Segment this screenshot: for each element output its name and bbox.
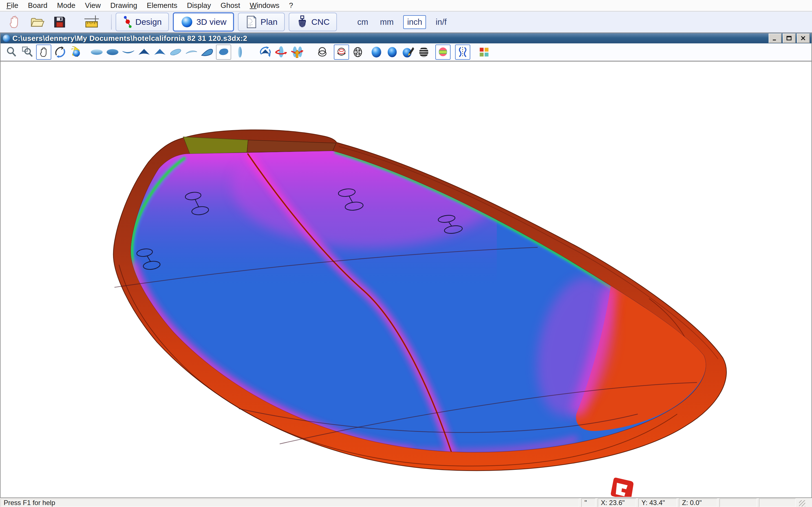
unit-inch[interactable]: inch: [403, 15, 426, 29]
unit-cm[interactable]: cm: [355, 16, 370, 28]
status-help: Press F1 for help: [1, 499, 579, 507]
surfboard-3d-model[interactable]: [1, 61, 811, 497]
sketchup-logo: [607, 476, 637, 497]
menu-file[interactable]: File: [2, 1, 23, 10]
plan-doc-icon: [245, 15, 258, 29]
3d-view-button-label: 3D view: [196, 17, 226, 27]
status-bar: Press F1 for help " X: 23.6" Y: 43.4" Z:…: [0, 498, 812, 507]
perspective-wedge-icon[interactable]: [200, 45, 214, 59]
symmetry-curves-icon[interactable]: [455, 45, 470, 60]
status-x-text: X: 23.6": [601, 499, 625, 507]
ruler-icon[interactable]: [84, 14, 100, 30]
rocker-view-icon[interactable]: [121, 45, 135, 59]
curvature-colors-icon[interactable]: [435, 45, 451, 60]
sphere-3d-icon: [181, 15, 193, 29]
grab-hand-icon[interactable]: [6, 14, 22, 30]
menu-display[interactable]: Display: [182, 1, 216, 10]
double-circle-icon[interactable]: [315, 45, 329, 59]
free-3d-view-icon[interactable]: [216, 45, 231, 60]
plan-button-label: Plan: [260, 17, 277, 27]
cnc-bit-icon: [296, 15, 308, 29]
cnc-button-label: CNC: [311, 17, 329, 27]
menu-mode[interactable]: Mode: [52, 1, 80, 10]
color-palette-icon[interactable]: [477, 45, 491, 59]
document-window: C:\users\dennery\My Documents\hotelcalif…: [0, 33, 812, 498]
toolbar-separator: [111, 14, 112, 30]
deck-view-icon[interactable]: [90, 45, 104, 59]
status-z-text: Z: 0.0": [682, 499, 702, 507]
three-quarter-view-icon[interactable]: [168, 45, 183, 59]
zoom-window-icon[interactable]: [20, 45, 35, 59]
status-empty-cell-1: [719, 499, 757, 507]
render-light-icon[interactable]: [69, 45, 83, 59]
menu-board[interactable]: Board: [23, 1, 52, 10]
spin-view-icon[interactable]: [258, 45, 272, 59]
menu-elements[interactable]: Elements: [142, 1, 182, 10]
status-x-coordinate: X: 23.6": [598, 499, 636, 507]
smooth-sphere-icon[interactable]: [369, 45, 384, 59]
save-icon[interactable]: [51, 14, 68, 30]
status-unit-text: ": [585, 499, 587, 507]
open-folder-icon[interactable]: [29, 14, 45, 30]
rotate-board-icon[interactable]: [274, 45, 288, 59]
unit-inf[interactable]: in/f: [434, 16, 449, 28]
resize-grip[interactable]: [797, 499, 806, 507]
menu-ghost[interactable]: Ghost: [216, 1, 245, 10]
document-titlebar[interactable]: C:\users\dennery\My Documents\hotelcalif…: [1, 33, 811, 43]
status-help-text: Press F1 for help: [4, 499, 55, 507]
unit-mm[interactable]: mm: [378, 16, 396, 28]
3d-view-button[interactable]: 3D view: [173, 12, 234, 32]
viewport-3d[interactable]: [1, 61, 811, 497]
thin-crescent-view-icon[interactable]: [185, 45, 199, 59]
document-title: C:\users\dennery\My Documents\hotelcalif…: [12, 34, 767, 43]
status-unit-cell: ": [581, 499, 596, 507]
main-toolbar: Design 3D view Plan: [0, 11, 812, 33]
flip-board-icon[interactable]: [290, 45, 304, 59]
bottom-view-icon[interactable]: [105, 45, 119, 59]
wireframe-sphere-icon[interactable]: [351, 45, 365, 59]
zebra-stripes-icon[interactable]: [417, 45, 431, 59]
view-toolbar: [1, 43, 811, 61]
design-button-label: Design: [135, 17, 161, 27]
status-y-coordinate: Y: 43.4": [638, 499, 677, 507]
status-empty-cell-2: [759, 499, 796, 507]
document-sphere-icon: [3, 35, 10, 42]
nose-panel-left: [183, 137, 248, 154]
marked-sphere-icon[interactable]: [401, 45, 415, 59]
menu-view[interactable]: View: [80, 1, 105, 10]
cnc-button[interactable]: CNC: [289, 13, 337, 31]
menu-help[interactable]: ?: [284, 1, 298, 10]
minimize-button[interactable]: [769, 34, 781, 43]
design-icon: [123, 15, 133, 29]
menu-windows[interactable]: Windows: [245, 1, 284, 10]
pan-hand-icon[interactable]: [36, 45, 51, 60]
menu-drawing[interactable]: Drawing: [105, 1, 142, 10]
close-button[interactable]: [797, 34, 810, 43]
front-view-icon[interactable]: [137, 45, 151, 59]
status-y-text: Y: 43.4": [642, 499, 665, 507]
unit-selector: cm mm inch in/f: [355, 15, 449, 29]
back-view-icon[interactable]: [153, 45, 167, 59]
zoom-icon[interactable]: [4, 45, 18, 59]
design-button[interactable]: Design: [116, 13, 169, 31]
rotate-3d-icon[interactable]: [53, 45, 67, 59]
shaded-sphere-icon[interactable]: [385, 45, 399, 59]
maximize-button[interactable]: [783, 34, 796, 43]
status-z-coordinate: Z: 0.0": [679, 499, 717, 507]
board-outline-icon[interactable]: [233, 45, 247, 59]
menu-bar: File Board Mode View Drawing Elements Di…: [0, 0, 812, 11]
plan-button[interactable]: Plan: [238, 13, 285, 31]
slices-sphere-icon[interactable]: [334, 45, 349, 60]
